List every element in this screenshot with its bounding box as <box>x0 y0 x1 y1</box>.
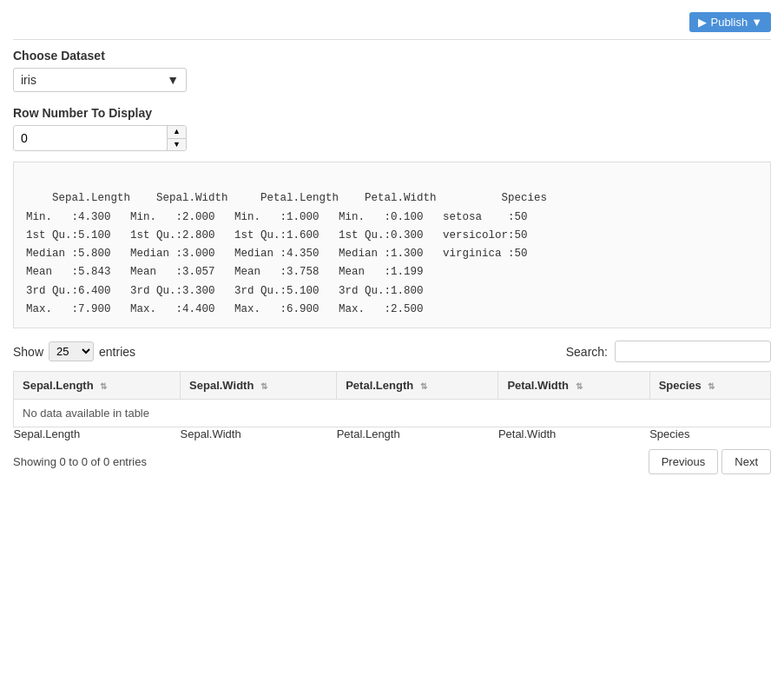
chevron-down-icon: ▼ <box>167 73 179 87</box>
row-number-label: Row Number To Display <box>13 106 771 120</box>
dataset-select[interactable]: iris ▼ <box>13 68 187 92</box>
col-sepal-width[interactable]: Sepal.Width ⇅ <box>181 372 337 400</box>
summary-text: Sepal.Length Sepal.Width Petal.Length Pe… <box>26 192 547 315</box>
table-body: No data available in table <box>14 400 771 427</box>
show-entries: Show 10 25 50 100 entries <box>13 341 135 361</box>
search-label: Search: <box>566 345 608 359</box>
col-petal-length[interactable]: Petal.Length ⇅ <box>337 372 498 400</box>
footer-sepal-length: Sepal.Length <box>14 427 181 441</box>
chevron-down-icon: ▼ <box>751 16 762 29</box>
col-sepal-length-label: Sepal.Length <box>23 379 94 392</box>
publish-icon: ▶ <box>698 16 707 29</box>
col-petal-width[interactable]: Petal.Width ⇅ <box>498 372 649 400</box>
no-data-message: No data available in table <box>14 400 771 427</box>
row-number-input[interactable] <box>14 126 167 150</box>
row-number-section: Row Number To Display ▲ ▼ <box>13 106 771 151</box>
dataset-section-label: Choose Dataset <box>13 49 771 63</box>
table-controls: Show 10 25 50 100 entries Search: <box>13 341 771 362</box>
search-input[interactable] <box>615 341 771 362</box>
spinner-up-button[interactable]: ▲ <box>168 126 186 139</box>
sort-icon-petal-width: ⇅ <box>576 381 583 391</box>
spinner-down-button[interactable]: ▼ <box>168 139 186 151</box>
show-label: Show <box>13 345 43 359</box>
search-section: Search: <box>566 341 771 362</box>
showing-text: Showing 0 to 0 of 0 entries <box>13 455 147 468</box>
pagination-buttons: Previous Next <box>649 449 771 474</box>
table-header: Sepal.Length ⇅ Sepal.Width ⇅ Petal.Lengt… <box>14 372 771 400</box>
pagination-section: Showing 0 to 0 of 0 entries Previous Nex… <box>13 449 771 474</box>
previous-button[interactable]: Previous <box>649 449 719 474</box>
col-petal-width-label: Petal.Width <box>507 379 569 392</box>
col-sepal-length[interactable]: Sepal.Length ⇅ <box>14 372 181 400</box>
table-footer: Sepal.Length Sepal.Width Petal.Length Pe… <box>14 427 771 441</box>
footer-sepal-width: Sepal.Width <box>181 427 337 441</box>
sort-icon-species: ⇅ <box>708 381 715 391</box>
no-data-row: No data available in table <box>14 400 771 427</box>
publish-label: Publish <box>710 16 748 29</box>
footer-petal-width: Petal.Width <box>498 427 649 441</box>
next-button[interactable]: Next <box>721 449 771 474</box>
row-number-input-wrapper: ▲ ▼ <box>13 125 187 151</box>
sort-icon-sepal-length: ⇅ <box>100 381 107 391</box>
top-bar: ▶ Publish ▼ <box>13 9 771 40</box>
col-species[interactable]: Species ⇅ <box>649 372 770 400</box>
col-petal-length-label: Petal.Length <box>346 379 413 392</box>
entries-per-page-select[interactable]: 10 25 50 100 <box>49 341 94 361</box>
sort-icon-petal-length: ⇅ <box>420 381 427 391</box>
col-sepal-width-label: Sepal.Width <box>189 379 254 392</box>
sort-icon-sepal-width: ⇅ <box>260 381 267 391</box>
data-table: Sepal.Length ⇅ Sepal.Width ⇅ Petal.Lengt… <box>13 371 771 440</box>
summary-box: Sepal.Length Sepal.Width Petal.Length Pe… <box>13 162 771 328</box>
table-header-row: Sepal.Length ⇅ Sepal.Width ⇅ Petal.Lengt… <box>14 372 771 400</box>
col-species-label: Species <box>659 379 702 392</box>
dataset-value: iris <box>21 73 36 87</box>
table-footer-row: Sepal.Length Sepal.Width Petal.Length Pe… <box>14 427 771 441</box>
publish-button[interactable]: ▶ Publish ▼ <box>689 12 771 32</box>
spinner-buttons: ▲ ▼ <box>167 126 186 150</box>
footer-petal-length: Petal.Length <box>337 427 498 441</box>
footer-species: Species <box>649 427 770 441</box>
entries-label: entries <box>99 345 135 359</box>
